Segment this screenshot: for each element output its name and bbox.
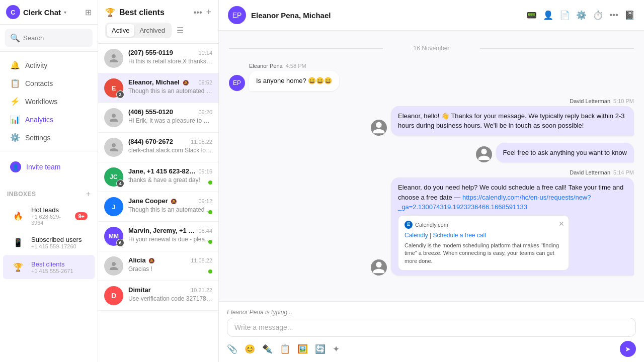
conv-name: Eleanor, Michael 🔕 [128,78,189,86]
settings-gear-icon[interactable]: ⚙️ [576,10,587,21]
template-tool-icon[interactable]: 📋 [280,344,290,354]
workflows-icon: ⚡ [10,97,20,106]
conv-list-actions: ••• + [194,7,211,18]
nav-label-analytics: Analytics [25,116,53,124]
activity-icon: 🔔 [10,60,20,70]
link-preview-link[interactable]: Calendly | Schedule a free call [405,231,562,240]
conv-avatar: JC 4 [104,167,123,187]
signature-icon[interactable]: ✒️ [262,344,273,354]
conv-name: (406) 555-0120 [128,108,173,116]
tab-archived[interactable]: Archived [134,24,170,37]
conv-time: 09:16 [198,168,212,174]
link-preview-site: 🗓 Calendly.com [405,221,562,229]
conv-time: 08:44 [198,228,212,234]
conv-top: Marvin, Jeremy, +1 720... 08:44 [128,227,212,234]
sidebar-item-workflows[interactable]: ⚡ Workflows [3,93,95,110]
conv-avatar: J [104,197,123,216]
template-icon[interactable]: 📄 [559,10,570,21]
filter-icon[interactable]: ☰ [175,24,186,37]
invite-team-button[interactable]: 👤 Invite team [3,157,95,176]
chat-header-icons: 📟 👤 📄 ⚙️ ⏱️ ••• 📓 [526,10,635,21]
tab-active[interactable]: Active [107,24,134,37]
notes-icon[interactable]: 📓 [624,10,635,21]
app-logo[interactable]: C Clerk Chat ▾ [6,5,66,19]
conv-top: (844) 670-2672 11.08.22 [128,138,212,145]
sidebar-item-settings[interactable]: ⚙️ Settings [3,129,95,146]
message-time: 5:14 PM [613,169,634,175]
search-icon: 🔍 [10,33,20,43]
inbox-info-hot-leads: Hot leads +1 628 629-3964 [31,206,70,226]
conv-avatar: MM 6 [104,227,123,246]
send-button[interactable]: ➤ [620,341,636,357]
conversation-item[interactable]: JC 4 Jane, +1 415 623-8202... 09:16 than… [98,162,218,192]
conversation-item[interactable]: Alicia 🔕 11.08.22 Gracias ! [98,251,218,281]
more-icon[interactable]: ••• [609,10,618,20]
inbox-item-hot-leads[interactable]: 🔥 Hot leads +1 628 629-3964 9+ [3,202,95,230]
conv-content: (207) 555-0119 10:14 Hi this is retail s… [128,49,212,65]
conv-preview: Gracias ! [128,265,212,273]
add-conversation-button[interactable]: + [206,7,211,18]
inboxes-label: Inboxes [7,191,36,198]
message-col: Eleanor Pena 4:58 PM Is anyone home? 😀😀😀 [249,63,339,91]
emoji-icon[interactable]: 😊 [245,344,255,354]
conv-avatar [104,108,123,127]
conv-content: Alicia 🔕 11.08.22 Gracias ! [128,256,212,273]
attach-icon[interactable]: 📎 [227,344,237,354]
chat-tools: 📎 😊 ✒️ 📋 🖼️ 🔄 ✦ [227,344,340,354]
message-bubble: Feel free to ask anything you want to kn… [496,143,634,163]
inbox-name-hot-leads: Hot leads [31,206,70,214]
unread-dot [208,210,212,214]
conv-time: 11.08.22 [191,257,212,263]
message-link[interactable]: https://calendly.com/hc/en-us/requests/n… [398,194,591,211]
unread-dot [208,269,212,274]
conversation-item[interactable]: MM 6 Marvin, Jeremy, +1 720... 08:44 Hi … [98,222,218,251]
inboxes-header: Inboxes + [0,187,98,202]
conversation-item[interactable]: (207) 555-0119 10:14 Hi this is retail s… [98,44,218,73]
contact-icon[interactable]: 👤 [543,10,553,21]
message-avatar: EP [229,75,245,91]
conversation-item[interactable]: E 2 Eleanor, Michael 🔕 09:52 Though this… [98,73,218,103]
sidebar-item-activity[interactable]: 🔔 Activity [3,56,95,74]
conv-name: Marvin, Jeremy, +1 720... [128,227,198,234]
more-options-icon[interactable]: ••• [194,8,202,17]
inbox-item-best-clients[interactable]: 🏆 Best clients +1 415 555-2671 [3,255,95,279]
message-avatar [476,146,492,162]
conversation-item[interactable]: J Jane Cooper 🔕 09:12 Though this is an … [98,192,218,222]
message-input-placeholder[interactable]: Write a message... [227,318,636,337]
conv-avatar [104,49,123,68]
conv-preview: Hi your renewal is due - please pay here… [128,236,212,243]
nav-label-activity: Activity [25,61,47,69]
contacts-icon: 📋 [10,78,20,88]
conv-time: 10.21.22 [191,287,212,293]
conv-name: Dimitar [128,286,151,294]
sidebar-item-contacts[interactable]: 📋 Contacts [3,74,95,92]
conv-content: Jane, +1 415 623-8202... 09:16 thanks & … [128,167,212,184]
message-text: Is anyone home? 😀😀😀 [256,77,332,84]
settings-icon: ⚙️ [10,133,20,142]
schedule-icon[interactable]: 🔄 [315,344,326,354]
message-bubble: Eleanor, do you need help? We could sche… [391,177,634,276]
search-input[interactable] [23,34,108,42]
analytics-icon: 📊 [10,115,20,124]
conv-name: Alicia 🔕 [128,256,154,264]
image-icon[interactable]: 🖼️ [297,344,308,354]
chat-messages: 16 November EP Eleanor Pena 4:58 PM Is a… [219,31,644,301]
conv-avatar: D [104,286,123,305]
conversation-list: 🏆 Best clients ••• + Active Archived ☰ [98,0,219,362]
conv-content: Jane Cooper 🔕 09:12 Though this is an au… [128,197,212,213]
message-row: David Letterman 5:10 PM Eleanor, hello! … [229,98,634,136]
layout-icon[interactable]: ⊞ [85,8,92,17]
conv-avatar-badge: 4 [116,179,124,188]
conv-name: (207) 555-0119 [128,49,173,56]
inboxes-section: Inboxes + 🔥 Hot leads +1 628 629-3964 9+… [0,183,98,362]
add-inbox-button[interactable]: + [86,190,91,199]
sidebar-item-analytics[interactable]: 📊 Analytics [3,111,95,128]
close-preview-button[interactable]: ✕ [558,219,565,229]
phone-icon[interactable]: 📟 [526,10,537,21]
inbox-item-subscribed-users[interactable]: 📱 Subscribed users +1 415 559-17260 [3,230,95,254]
conversation-item[interactable]: (844) 670-2672 11.08.22 clerk-chat.slack… [98,133,218,162]
conversation-item[interactable]: D Dimitar 10.21.22 Use verification code… [98,281,218,311]
conversation-item[interactable]: (406) 555-0120 09:20 Hi Erik, It was a p… [98,103,218,133]
timer-icon[interactable]: ⏱️ [593,10,603,21]
ai-icon[interactable]: ✦ [333,344,340,354]
